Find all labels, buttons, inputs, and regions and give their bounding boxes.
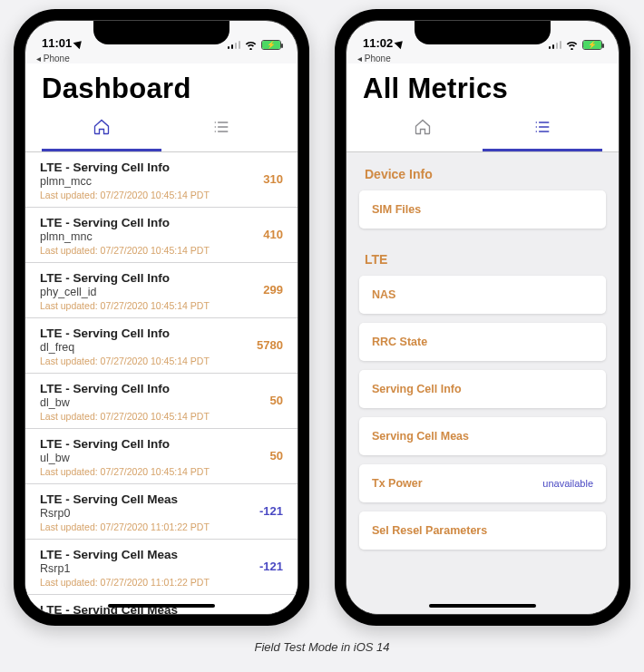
card-label: RRC State: [372, 336, 427, 348]
row-value: -121: [259, 504, 283, 518]
tab-list[interactable]: [161, 118, 281, 151]
phone-all-metrics: 11:02 ⚡ ◂ Phone All Metrics: [335, 9, 630, 626]
phone-dashboard: 11:01 ⚡ ◂ Phone Dashboard: [14, 9, 309, 626]
metric-row[interactable]: LTE - Serving Cell Infodl_bwLast updated…: [25, 374, 298, 429]
tab-home[interactable]: [42, 118, 161, 151]
metrics-list: LTE - Serving Cell Infoplmn_mccLast upda…: [25, 152, 298, 614]
card-label: Sel Resel Parameters: [372, 524, 487, 537]
row-metric: plmn_mnc: [40, 230, 283, 243]
row-title: LTE - Serving Cell Info: [40, 271, 283, 285]
section-label: LTE: [346, 238, 619, 276]
metric-card[interactable]: Tx Powerunavailable: [359, 464, 606, 502]
wifi-icon: [565, 39, 579, 50]
card-label: NAS: [372, 288, 395, 301]
cell-signal-icon: [228, 41, 241, 49]
card-label: SIM Files: [372, 203, 421, 216]
list-icon: [532, 118, 552, 136]
tab-list[interactable]: [483, 118, 602, 151]
row-timestamp: Last updated: 07/27/2020 10:45:14 PDT: [40, 190, 283, 200]
status-time: 11:02: [363, 36, 393, 50]
row-title: LTE - Serving Cell Meas: [40, 492, 283, 506]
row-value: 50: [270, 449, 283, 463]
home-indicator[interactable]: [108, 604, 215, 609]
back-to-app[interactable]: ◂ Phone: [346, 52, 619, 63]
row-metric: ul_bw: [40, 452, 283, 464]
row-value: 299: [263, 283, 283, 297]
metric-row[interactable]: LTE - Serving Cell Infodl_freqLast updat…: [25, 318, 298, 374]
battery-icon: ⚡: [582, 40, 602, 50]
row-title: LTE - Serving Cell Meas: [40, 548, 283, 561]
metric-row[interactable]: LTE - Serving Cell Infophy_cell_idLast u…: [25, 263, 298, 318]
row-value: 410: [263, 228, 283, 241]
metric-row[interactable]: LTE - Serving Cell Infoul_bwLast updated…: [25, 429, 298, 484]
tab-bar: [42, 118, 281, 151]
row-timestamp: Last updated: 07/27/2020 11:01:22 PDT: [40, 577, 283, 588]
home-icon: [92, 118, 112, 136]
row-timestamp: Last updated: 07/27/2020 10:45:14 PDT: [40, 411, 283, 422]
row-timestamp: Last updated: 07/27/2020 10:45:14 PDT: [40, 466, 283, 477]
metric-card[interactable]: NAS: [359, 276, 606, 314]
metric-card[interactable]: Serving Cell Info: [359, 370, 606, 408]
notch: [93, 21, 229, 44]
row-title: LTE - Serving Cell Info: [40, 326, 283, 340]
row-metric: dl_bw: [40, 396, 283, 409]
status-time: 11:01: [42, 36, 72, 50]
location-icon: [73, 37, 85, 49]
row-title: LTE - Serving Cell Info: [40, 216, 283, 229]
metric-row[interactable]: LTE - Serving Cell Infoplmn_mncLast upda…: [25, 208, 298, 263]
tab-bar: [363, 118, 602, 151]
metric-card[interactable]: RRC State: [359, 323, 606, 361]
page-title: Dashboard: [42, 73, 281, 105]
tab-home[interactable]: [363, 118, 483, 151]
row-value: -121: [259, 560, 283, 573]
cell-signal-icon: [549, 41, 562, 49]
back-to-app[interactable]: ◂ Phone: [25, 52, 298, 63]
card-label: Serving Cell Meas: [372, 430, 469, 443]
row-value: 310: [263, 172, 283, 186]
metric-card[interactable]: SIM Files: [359, 190, 606, 229]
caption: Field Test Mode in iOS 14: [254, 640, 389, 654]
metric-card[interactable]: Serving Cell Meas: [359, 417, 606, 455]
section-label: Device Info: [346, 152, 619, 190]
metric-card[interactable]: Sel Resel Parameters: [359, 511, 606, 550]
row-metric: Rsrp1: [40, 562, 283, 575]
row-metric: plmn_mcc: [40, 175, 283, 188]
metric-row[interactable]: LTE - Serving Cell Infoplmn_mccLast upda…: [25, 152, 298, 208]
row-timestamp: Last updated: 07/27/2020 10:45:14 PDT: [40, 300, 283, 311]
wifi-icon: [244, 39, 258, 50]
row-timestamp: Last updated: 07/27/2020 10:45:14 PDT: [40, 355, 283, 366]
card-label: Serving Cell Info: [372, 383, 462, 395]
page-title: All Metrics: [363, 73, 602, 105]
metric-row[interactable]: LTE - Serving Cell MeasRsrp0Last updated…: [25, 484, 298, 540]
row-title: LTE - Serving Cell Info: [40, 437, 283, 451]
row-title: LTE - Serving Cell Info: [40, 382, 283, 395]
row-metric: phy_cell_id: [40, 286, 283, 298]
card-label: Tx Power: [372, 477, 423, 490]
row-metric: dl_freq: [40, 341, 283, 354]
sections: Device InfoSIM FilesLTENASRRC StateServi…: [346, 152, 619, 614]
row-timestamp: Last updated: 07/27/2020 10:45:14 PDT: [40, 245, 283, 256]
metric-row[interactable]: LTE - Serving Cell MeasRsrp1Last updated…: [25, 540, 298, 595]
home-icon: [413, 118, 433, 136]
home-indicator[interactable]: [429, 604, 536, 609]
row-timestamp: Last updated: 07/27/2020 11:01:22 PDT: [40, 521, 283, 532]
list-icon: [211, 118, 231, 136]
row-value: 5780: [257, 338, 283, 352]
card-status: unavailable: [542, 478, 593, 489]
location-icon: [395, 37, 406, 49]
battery-icon: ⚡: [261, 40, 281, 50]
row-value: 50: [270, 394, 283, 407]
notch: [415, 21, 551, 44]
row-metric: Rsrp0: [40, 507, 283, 520]
row-title: LTE - Serving Cell Info: [40, 161, 283, 174]
